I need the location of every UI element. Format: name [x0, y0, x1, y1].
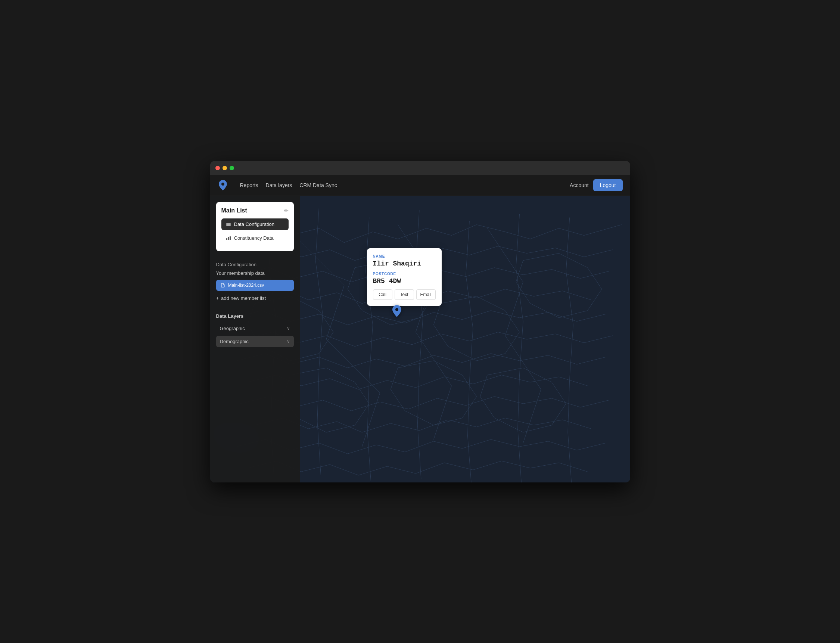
map-popup: NAME Ilir Shaqiri POSTCODE BR5 4DW Call …: [367, 248, 442, 306]
demographic-label: Demographic: [220, 339, 249, 344]
constituency-data-card-button[interactable]: Constituency Data: [222, 232, 289, 244]
plus-icon: +: [216, 295, 219, 301]
svg-rect-5: [230, 237, 231, 240]
edit-icon[interactable]: ✏: [284, 207, 289, 214]
app-window: Reports Data layers CRM Data Sync Accoun…: [210, 161, 630, 482]
postcode-field-value: BR5 4DW: [373, 277, 435, 285]
traffic-lights: [215, 166, 234, 170]
text-button[interactable]: Text: [395, 289, 414, 300]
card-header: Main List ✏: [222, 207, 289, 214]
membership-section-title: Your membership data: [216, 270, 294, 276]
maximize-button[interactable]: [230, 166, 234, 170]
data-config-section-title: Data Configuration: [216, 262, 294, 268]
geographic-layer-item[interactable]: Geographic ∨: [216, 323, 294, 334]
nav-links: Reports Data layers CRM Data Sync: [240, 182, 561, 188]
main-list-card: Main List ✏ Data Configuration: [216, 202, 294, 251]
call-button[interactable]: Call: [373, 289, 392, 300]
account-link[interactable]: Account: [570, 182, 589, 188]
name-field-value: Ilir Shaqiri: [373, 260, 435, 268]
close-button[interactable]: [215, 166, 220, 170]
svg-rect-2: [226, 225, 231, 226]
app-logo-icon: [218, 180, 228, 191]
card-title: Main List: [222, 207, 247, 214]
svg-rect-4: [228, 237, 229, 240]
nav-right: Account Logout: [570, 179, 622, 191]
demographic-layer-item[interactable]: Demographic ∨: [216, 336, 294, 347]
add-member-button[interactable]: + add new member list: [216, 294, 294, 302]
divider: [216, 308, 294, 308]
file-button[interactable]: Main-list-2024.csv: [216, 280, 294, 291]
data-layers-title: Data Layers: [216, 313, 294, 319]
nav-crm-data-sync[interactable]: CRM Data Sync: [299, 182, 337, 188]
email-button[interactable]: Email: [416, 289, 435, 300]
logout-button[interactable]: Logout: [593, 179, 623, 191]
nav-data-layers[interactable]: Data layers: [266, 182, 292, 188]
svg-rect-3: [226, 238, 227, 240]
location-pin-icon: [392, 305, 401, 317]
geographic-label: Geographic: [220, 326, 245, 331]
titlebar: [210, 161, 630, 175]
map-pin[interactable]: [392, 305, 401, 318]
svg-rect-1: [226, 224, 231, 225]
main-content: Main List ✏ Data Configuration: [210, 196, 630, 482]
data-config-card-button[interactable]: Data Configuration: [222, 219, 289, 230]
geographic-chevron-icon: ∨: [287, 326, 290, 331]
file-icon: [221, 283, 225, 287]
svg-rect-0: [226, 223, 231, 224]
demographic-chevron-icon: ∨: [287, 339, 290, 344]
chart-icon: [226, 235, 231, 240]
sidebar: Main List ✏ Data Configuration: [210, 196, 300, 482]
layers-icon: [226, 222, 231, 227]
postcode-field-label: POSTCODE: [373, 272, 435, 276]
minimize-button[interactable]: [222, 166, 227, 170]
navbar: Reports Data layers CRM Data Sync Accoun…: [210, 175, 630, 196]
name-field-label: NAME: [373, 254, 435, 258]
nav-reports[interactable]: Reports: [240, 182, 258, 188]
popup-actions: Call Text Email: [373, 289, 435, 300]
